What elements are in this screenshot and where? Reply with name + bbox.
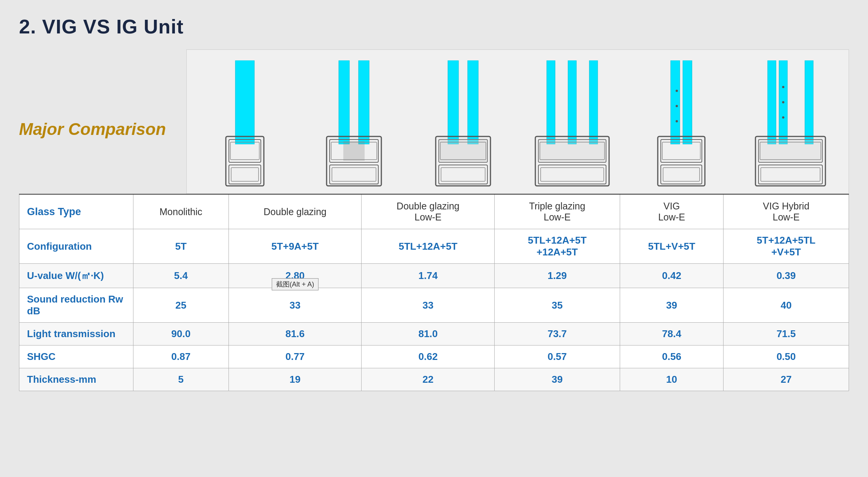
cell-value: 0.42 bbox=[620, 264, 724, 288]
svg-rect-0 bbox=[235, 60, 254, 144]
svg-rect-18 bbox=[439, 139, 487, 162]
table-row: Light transmission90.081.681.073.778.471… bbox=[19, 323, 849, 345]
svg-point-33 bbox=[676, 90, 678, 92]
col-header-double: Double glazing bbox=[229, 194, 362, 229]
diagram-triple bbox=[517, 60, 627, 190]
table-row: SHGC0.870.770.620.570.560.50 bbox=[19, 345, 849, 368]
svg-rect-43 bbox=[805, 60, 813, 144]
diagram-vig bbox=[627, 60, 736, 190]
cell-value: 10 bbox=[620, 368, 724, 391]
row-label: Sound reduction Rw dB bbox=[19, 288, 133, 323]
col-header-vig-hybrid-lowe: VIG HybridLow-E bbox=[724, 194, 849, 229]
page-title: 2. VIG VS IG Unit bbox=[19, 15, 849, 38]
cell-value: 0.50 bbox=[724, 345, 849, 368]
cell-value: 71.5 bbox=[724, 323, 849, 345]
cell-value: 0.77 bbox=[229, 345, 362, 368]
svg-rect-40 bbox=[663, 168, 700, 181]
cell-value: 35 bbox=[495, 288, 620, 323]
cell-value: 5 bbox=[133, 368, 229, 391]
diagram-double-lowe bbox=[409, 60, 518, 190]
cell-value: 5.4 bbox=[133, 264, 229, 288]
cell-value: 40 bbox=[724, 288, 849, 323]
cell-value: 81.6 bbox=[229, 323, 362, 345]
cell-value: 33 bbox=[229, 288, 362, 323]
svg-rect-49 bbox=[759, 139, 822, 162]
cell-value: 5T+9A+5T bbox=[229, 229, 362, 264]
svg-rect-32 bbox=[683, 60, 692, 144]
comparison-table-wrapper: Glass Type Monolithic Double glazing Dou… bbox=[19, 194, 849, 391]
cell-value: 39 bbox=[620, 288, 724, 323]
svg-point-34 bbox=[676, 105, 678, 107]
svg-rect-7 bbox=[359, 60, 369, 144]
svg-rect-15 bbox=[468, 60, 478, 144]
col-header-double-lowe: Double glazingLow-E bbox=[362, 194, 495, 229]
svg-rect-30 bbox=[541, 168, 604, 181]
diagram-vig-hybrid bbox=[736, 60, 845, 190]
svg-rect-38 bbox=[662, 142, 700, 160]
major-comparison-label: Major Comparison bbox=[19, 105, 179, 139]
svg-rect-37 bbox=[661, 139, 702, 162]
svg-rect-21 bbox=[441, 168, 485, 181]
svg-rect-3 bbox=[230, 142, 259, 160]
svg-rect-27 bbox=[538, 139, 606, 162]
cell-value: 78.4 bbox=[620, 323, 724, 345]
table-row: Sound reduction Rw dB253333353940 bbox=[19, 288, 849, 323]
cell-value: 5TL+12A+5T bbox=[362, 229, 495, 264]
row-label: Light transmission bbox=[19, 323, 133, 345]
cell-value: 1.29 bbox=[495, 264, 620, 288]
svg-rect-41 bbox=[768, 60, 776, 144]
svg-rect-52 bbox=[761, 168, 820, 181]
cell-value: 5TL+V+5T bbox=[620, 229, 724, 264]
row-label: Thickness-mm bbox=[19, 368, 133, 391]
cell-value: 0.56 bbox=[620, 345, 724, 368]
svg-rect-14 bbox=[448, 60, 459, 144]
cell-value: 81.0 bbox=[362, 323, 495, 345]
svg-rect-5 bbox=[231, 168, 259, 181]
cell-value: 0.57 bbox=[495, 345, 620, 368]
cell-value: 27 bbox=[724, 368, 849, 391]
table-row: Thickness-mm51922391027 bbox=[19, 368, 849, 391]
col-header-triple-lowe: Triple glazingLow-E bbox=[495, 194, 620, 229]
col-header-monolithic: Monolithic bbox=[133, 194, 229, 229]
svg-rect-24 bbox=[589, 60, 598, 144]
svg-rect-13 bbox=[332, 168, 376, 181]
cell-value: 39 bbox=[495, 368, 620, 391]
cell-value: 0.62 bbox=[362, 345, 495, 368]
diagram-double bbox=[300, 60, 409, 190]
row-label: Configuration bbox=[19, 229, 133, 264]
svg-rect-6 bbox=[339, 60, 349, 144]
cell-value: 0.39 bbox=[724, 264, 849, 288]
svg-rect-31 bbox=[671, 60, 680, 144]
svg-point-46 bbox=[782, 116, 784, 119]
svg-point-44 bbox=[782, 86, 784, 88]
cell-value: 19 bbox=[229, 368, 362, 391]
col-header-glass-type: Glass Type bbox=[19, 194, 133, 229]
cell-value: 2.80截图(Alt + A) bbox=[229, 264, 362, 288]
cell-value: 0.87 bbox=[133, 345, 229, 368]
cell-value: 73.7 bbox=[495, 323, 620, 345]
cell-value: 5TL+12A+5T+12A+5T bbox=[495, 229, 620, 264]
svg-point-35 bbox=[676, 120, 678, 122]
cell-value: 33 bbox=[362, 288, 495, 323]
cell-value: 25 bbox=[133, 288, 229, 323]
cell-value: 1.74 bbox=[362, 264, 495, 288]
row-label: U-value W/(㎡·K) bbox=[19, 264, 133, 288]
svg-point-45 bbox=[782, 101, 784, 103]
cell-value: 5T+12A+5TL+V+5T bbox=[724, 229, 849, 264]
table-row: Configuration5T5T+9A+5T5TL+12A+5T5TL+12A… bbox=[19, 229, 849, 264]
tooltip-overlay: 截图(Alt + A) bbox=[272, 278, 319, 290]
table-row: U-value W/(㎡·K)5.42.80截图(Alt + A)1.741.2… bbox=[19, 264, 849, 288]
col-header-vig-lowe: VIGLow-E bbox=[620, 194, 724, 229]
cell-value: 90.0 bbox=[133, 323, 229, 345]
cell-value: 22 bbox=[362, 368, 495, 391]
svg-rect-23 bbox=[568, 60, 576, 144]
diagram-monolithic bbox=[190, 60, 300, 190]
svg-rect-10 bbox=[343, 141, 365, 161]
glass-diagrams-area bbox=[186, 49, 849, 194]
svg-rect-36 bbox=[658, 136, 705, 186]
row-label: SHGC bbox=[19, 345, 133, 368]
comparison-table: Glass Type Monolithic Double glazing Dou… bbox=[19, 194, 849, 391]
svg-rect-22 bbox=[547, 60, 555, 144]
cell-value: 5T bbox=[133, 229, 229, 264]
